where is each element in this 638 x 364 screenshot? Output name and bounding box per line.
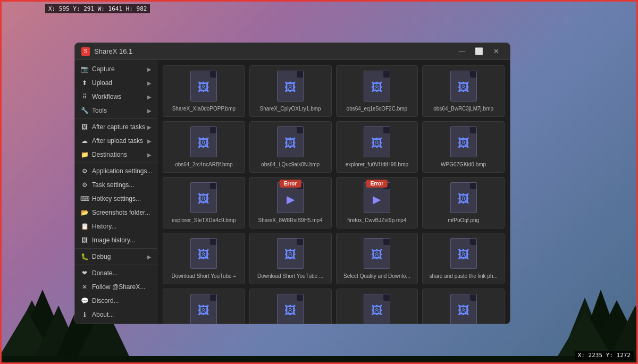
sidebar-item-after-upload[interactable]: ☁After upload tasks▶ <box>75 134 157 148</box>
error-badge: Error <box>280 180 301 188</box>
file-name-label: ShareX_8W8RxiB9H5.mp4 <box>254 217 327 224</box>
sidebar-item-upload[interactable]: ⬆Upload▶ <box>75 76 157 90</box>
after-capture-icon: 🖼 <box>80 123 89 131</box>
file-item[interactable]: Error▶firefox_CwvBJZvI9p.mp4 <box>336 177 418 228</box>
image-icon: 🖼 <box>198 304 209 318</box>
file-item[interactable]: 🖼share and paste the link ph... <box>422 233 505 284</box>
image-file-icon: 🖼 <box>364 294 390 324</box>
file-name-label: Download Short YouTube = <box>167 273 240 280</box>
sidebar-label-after-capture: After capture tasks <box>92 123 145 131</box>
sharex-icon: S <box>81 47 90 56</box>
app-settings-icon: ⚙ <box>80 167 89 175</box>
image-file-icon: 🖼 <box>450 294 477 324</box>
file-item[interactable]: 🖼obs64_BwRC3jLM7j.bmp <box>422 65 505 117</box>
close-button[interactable]: ✕ <box>489 46 503 57</box>
sidebar-item-destinations[interactable]: 📁Destinations▶ <box>75 148 157 162</box>
file-item[interactable]: 🖼Download Short YouTube ... <box>249 233 332 284</box>
image-file-icon: 🖼 <box>190 126 217 157</box>
sidebar-item-follow[interactable]: ✕Follow @ShareX... <box>75 280 157 294</box>
image-icon: 🖼 <box>371 137 383 150</box>
upload-icon: ⬆ <box>80 79 89 87</box>
sidebar-item-history[interactable]: 📋History... <box>75 219 157 233</box>
file-name-label: obs64_BwRC3jLM7j.bmp <box>427 105 500 112</box>
screenshots-folder-icon: 📂 <box>80 208 89 217</box>
sidebar-item-discord[interactable]: 💬Discord... <box>75 294 157 308</box>
submenu-arrow-icon: ▶ <box>147 108 152 114</box>
image-file-icon: 🖼 <box>277 126 304 157</box>
sidebar-label-workflows: Workflows <box>92 93 121 100</box>
submenu-arrow-icon: ▶ <box>147 66 152 72</box>
main-content: 🖼ShareX_XIa0doPOPP.bmp🖼ShareX_CpiyOXLry1… <box>157 60 510 324</box>
window-body: 📷Capture▶⬆Upload▶⠿Workflows▶🔧Tools▶🖼Afte… <box>75 60 510 324</box>
sidebar-item-donate[interactable]: ❤Donate... <box>75 266 157 280</box>
sidebar-item-image-history[interactable]: 🖼Image history... <box>75 233 157 247</box>
file-name-label: ShareX_XIa0doPOPP.bmp <box>167 105 240 112</box>
play-icon: ▶ <box>287 193 295 206</box>
sidebar-item-about[interactable]: ℹAbout... <box>75 308 157 321</box>
sidebar-item-hotkey-settings[interactable]: ⌨Hotkey settings... <box>75 192 157 206</box>
file-item[interactable]: 🖼explorer_fu0VHdtH98.bmp <box>336 121 418 173</box>
image-icon: 🖼 <box>458 81 469 95</box>
file-item[interactable]: 🖼 <box>249 289 332 324</box>
minimize-button[interactable]: — <box>455 46 469 57</box>
title-bar-controls: — ⬜ ✕ <box>455 46 503 57</box>
sidebar-item-screenshots-folder[interactable]: 📂Screenshots folder... <box>75 206 157 219</box>
file-item[interactable]: Error▶ShareX_8W8RxiB9H5.mp4 <box>249 177 332 228</box>
destinations-icon: 📁 <box>80 150 89 159</box>
sidebar-item-workflows[interactable]: ⠿Workflows▶ <box>75 90 157 104</box>
discord-icon: 💬 <box>80 297 89 305</box>
svg-marker-1 <box>11 290 74 364</box>
file-item[interactable]: 🖼ShareX_CpiyOXLry1.bmp <box>249 65 332 117</box>
sidebar-item-debug[interactable]: 🐛Debug▶ <box>75 250 157 264</box>
sidebar-label-after-upload: After upload tasks <box>92 137 143 145</box>
file-item[interactable]: 🖼Select Quality and Downlo... <box>336 233 418 284</box>
sidebar-label-tools: Tools <box>92 107 107 114</box>
image-file-icon: 🖼 <box>277 238 304 269</box>
file-item[interactable]: 🖼ShareX_XIa0doPOPP.bmp <box>163 65 245 117</box>
image-file-icon: 🖼 <box>190 294 217 324</box>
coord-bottom-right: X: 2235 Y: 1272 <box>575 351 634 360</box>
file-name-label: mfPuOqf.png <box>427 217 500 224</box>
image-file-icon: 🖼 <box>450 182 477 213</box>
sidebar-label-discord: Discord... <box>92 297 119 304</box>
window-title: ShareX 16.1 <box>94 47 455 55</box>
file-item[interactable]: 🖼mfPuOqf.png <box>422 177 505 228</box>
file-item[interactable]: 🖼WPG07GKid0.bmp <box>422 121 505 173</box>
file-item[interactable]: 🖼Download Short YouTube = <box>163 233 245 284</box>
image-icon: 🖼 <box>284 81 296 95</box>
file-item[interactable]: 🖼explorer_SIeTXDa4c9.bmp <box>163 177 245 228</box>
file-item[interactable]: 🖼 <box>422 289 505 324</box>
submenu-arrow-icon: ▶ <box>147 124 152 130</box>
sidebar-divider <box>75 163 157 163</box>
image-file-icon: 🖼 <box>190 71 217 101</box>
sidebar-item-tools[interactable]: 🔧Tools▶ <box>75 104 157 117</box>
sidebar-item-capture[interactable]: 📷Capture▶ <box>75 62 157 76</box>
image-icon: 🖼 <box>198 137 209 150</box>
file-item[interactable]: 🖼 <box>336 289 418 324</box>
capture-icon: 📷 <box>80 65 89 73</box>
sidebar-item-app-settings[interactable]: ⚙Application settings... <box>75 164 157 178</box>
file-name-label: obs64_LQuc9aix0N.bmp <box>254 161 327 168</box>
sidebar-divider <box>75 265 157 265</box>
file-name-label: Select Quality and Downlo... <box>341 273 414 280</box>
file-name-label: obs64_eq1e5cOF2C.bmp <box>341 105 414 112</box>
sidebar-item-after-capture[interactable]: 🖼After capture tasks▶ <box>75 120 157 134</box>
file-item[interactable]: 🖼 <box>163 289 245 324</box>
maximize-button[interactable]: ⬜ <box>472 46 486 57</box>
image-file-icon: 🖼 <box>364 71 390 101</box>
sidebar-label-about: About... <box>92 311 114 318</box>
image-file-icon: 🖼 <box>450 71 477 101</box>
file-item[interactable]: 🖼obs64_LQuc9aix0N.bmp <box>249 121 332 173</box>
image-icon: 🖼 <box>284 304 296 318</box>
file-name-label: obs64_2rc4ncARBf.bmp <box>167 161 240 168</box>
coord-top-left: X: 595 Y: 291 W: 1641 H: 982 <box>45 4 150 13</box>
file-item[interactable]: 🖼obs64_2rc4ncARBf.bmp <box>163 121 245 173</box>
image-icon: 🖼 <box>371 304 383 318</box>
sidebar-label-app-settings: Application settings... <box>92 167 152 175</box>
submenu-arrow-icon: ▶ <box>147 80 152 86</box>
sidebar-item-task-settings[interactable]: ⚙Task settings... <box>75 178 157 192</box>
image-icon: 🖼 <box>198 192 209 206</box>
about-icon: ℹ <box>80 310 89 319</box>
file-item[interactable]: 🖼obs64_eq1e5cOF2C.bmp <box>336 65 418 117</box>
follow-icon: ✕ <box>80 283 89 291</box>
